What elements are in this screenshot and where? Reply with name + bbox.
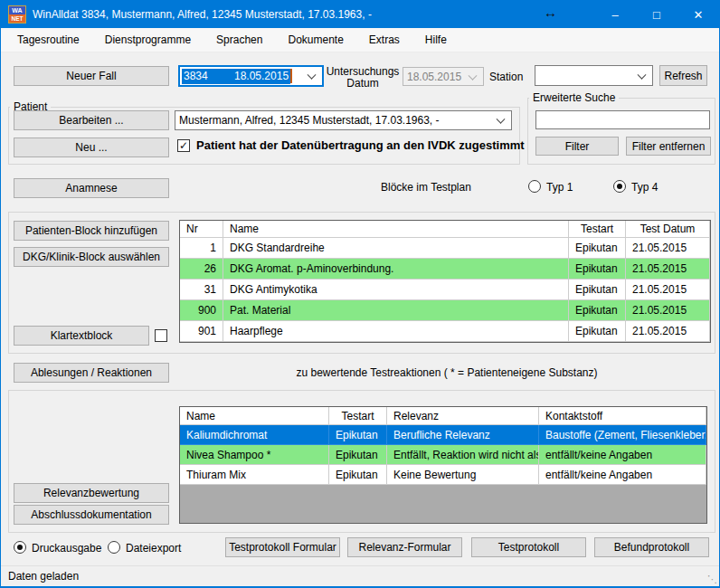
testprotokoll-formular-button[interactable]: Testprotokoll Formular — [225, 537, 340, 557]
patienten-block-button[interactable]: Patienten-Block hinzufügen — [14, 221, 169, 241]
fall-nummer: 3834 — [184, 70, 234, 82]
col-nr[interactable]: Nr — [180, 221, 223, 238]
close-button[interactable]: ✕ — [677, 1, 719, 28]
neu-button[interactable]: Neu ... — [14, 138, 169, 157]
reaktionen-table: Name Testart Relevanz Kontaktstoff Kaliu… — [179, 406, 707, 524]
station-combobox[interactable] — [535, 65, 653, 86]
title-bar[interactable]: WA NET WinAlldat 3834, Mustermann, Alfre… — [1, 1, 719, 28]
resize-cursor-icon: ↔ — [544, 5, 557, 20]
col-name[interactable]: Name — [223, 221, 569, 238]
reaktionen-table-header: Name Testart Relevanz Kontaktstoff — [180, 407, 706, 425]
neuer-fall-button[interactable]: Neuer Fall — [14, 66, 169, 86]
testplan-table-header: Nr Name Testart Test Datum — [180, 221, 710, 238]
klartextblock-button[interactable]: Klartextblock — [14, 326, 149, 346]
col-relevanz[interactable]: Relevanz — [387, 407, 539, 425]
client-area: Neuer Fall 3834 18.05.2015 Untersuchungs… — [1, 52, 719, 565]
fall-combobox-selection: 3834 18.05.2015 — [182, 69, 290, 84]
testreaktionen-caption: zu bewertende Testreaktionen ( * = Patie… — [182, 366, 712, 379]
check-icon: ✓ — [179, 140, 188, 151]
druckausgabe-label: Druckausgabe — [32, 542, 101, 555]
patient-combobox[interactable]: Mustermann, Alfred, 12345 Musterstadt, 1… — [175, 110, 512, 130]
typ1-radio[interactable] — [528, 180, 541, 193]
status-text: Daten geladen — [8, 570, 79, 583]
bearbeiten-button[interactable]: Bearbeiten ... — [14, 110, 169, 130]
station-label: Station — [489, 71, 523, 83]
erweiterte-suche-input[interactable] — [535, 110, 710, 129]
app-window: WA NET WinAlldat 3834, Mustermann, Alfre… — [0, 0, 720, 588]
text-cursor — [290, 69, 292, 83]
table-row[interactable]: Nivea Shampoo * Epikutan Entfällt, Reakt… — [180, 445, 706, 465]
table-row[interactable]: Thiuram Mix Epikutan Keine Bewertung ent… — [180, 465, 706, 485]
testprotokoll-button[interactable]: Testprotokoll — [471, 537, 586, 557]
menu-sprachen[interactable]: Sprachen — [204, 28, 275, 52]
ablesungen-reaktionen-button[interactable]: Ablesungen / Reaktionen — [14, 363, 169, 383]
col-name[interactable]: Name — [180, 407, 329, 425]
relevanzbewertung-button[interactable]: Relevanzbewertung — [14, 483, 169, 503]
dateiexport-radio[interactable] — [108, 541, 120, 554]
chevron-down-icon — [469, 71, 478, 80]
chevron-down-icon — [638, 70, 647, 79]
table-row[interactable]: 1 DKG Standardreihe Epikutan 21.05.2015 — [180, 238, 710, 259]
menu-dokumente[interactable]: Dokumente — [275, 28, 355, 52]
fall-datum: 18.05.2015 — [234, 70, 289, 82]
typ4-label: Typ 4 — [631, 181, 658, 194]
maximize-button[interactable]: □ — [636, 1, 677, 28]
bloecke-im-testplan-label: Blöcke im Testplan — [381, 181, 471, 194]
ivdk-consent-label: Patient hat der Datenübertragung an den … — [196, 138, 525, 152]
relevanz-formular-button[interactable]: Relevanz-Formular — [347, 537, 462, 557]
window-title: WinAlldat 3834, Mustermann, Alfred, 1234… — [33, 8, 372, 21]
filter-button[interactable]: Filter — [535, 137, 619, 156]
window-controls: – □ ✕ — [594, 1, 719, 28]
col-kontaktstoff[interactable]: Kontaktstoff — [539, 407, 706, 425]
chevron-down-icon — [497, 115, 506, 124]
resize-grip-icon[interactable]: ⋱ — [707, 574, 717, 585]
fall-combobox[interactable]: 3834 18.05.2015 — [178, 65, 324, 87]
menu-bar: Tagesroutine Dienstprogramme Sprachen Do… — [1, 28, 719, 52]
filter-entfernen-button[interactable]: Filter entfernen — [626, 137, 711, 156]
col-test-datum[interactable]: Test Datum — [626, 221, 710, 238]
druckausgabe-radio[interactable] — [14, 541, 26, 554]
erweiterte-suche-group-label: Erweiterte Suche — [529, 91, 619, 104]
untersuchungs-datum-combobox: 18.05.2015 — [403, 67, 484, 86]
dateiexport-label: Dateiexport — [126, 542, 181, 555]
chevron-down-icon — [308, 71, 317, 80]
menu-hilfe[interactable]: Hilfe — [412, 28, 459, 52]
refresh-button[interactable]: Refresh — [659, 65, 707, 86]
table-row[interactable]: 901 Haarpflege Epikutan 21.05.2015 — [180, 321, 710, 342]
col-testart[interactable]: Testart — [329, 407, 387, 425]
abschlussdokumentation-button[interactable]: Abschlussdokumentation — [14, 505, 169, 525]
status-bar: Daten geladen ⋱ — [1, 565, 719, 586]
ivdk-consent-checkbox[interactable]: ✓ — [177, 139, 190, 152]
table-row[interactable]: 900 Pat. Material Epikutan 21.05.2015 — [180, 300, 710, 321]
menu-dienstprogramme[interactable]: Dienstprogramme — [92, 28, 204, 52]
table-row[interactable]: 31 DKG Antimykotika Epikutan 21.05.2015 — [180, 280, 710, 300]
typ4-radio[interactable] — [613, 180, 626, 193]
table-row[interactable]: Kaliumdichromat Epikutan Berufliche Rele… — [180, 425, 706, 445]
dkg-klinik-block-button[interactable]: DKG/Klinik-Block auswählen — [14, 247, 169, 267]
anamnese-button[interactable]: Anamnese — [14, 178, 169, 198]
untersuchungs-datum-label: Untersuchungs Datum — [323, 66, 403, 90]
minimize-button[interactable]: – — [594, 1, 636, 28]
menu-tagesroutine[interactable]: Tagesroutine — [5, 28, 92, 52]
typ1-label: Typ 1 — [546, 181, 573, 194]
testplan-table: Nr Name Testart Test Datum 1 DKG Standar… — [179, 220, 711, 343]
klartextblock-checkbox[interactable] — [155, 329, 167, 342]
menu-extras[interactable]: Extras — [356, 28, 412, 52]
befundprotokoll-button[interactable]: Befundprotokoll — [594, 537, 709, 557]
table-row[interactable]: 26 DKG Aromat. p-Aminoverbindung. Epikut… — [180, 259, 710, 280]
col-testart[interactable]: Testart — [569, 221, 626, 238]
app-logo-icon: WA NET — [8, 5, 26, 24]
